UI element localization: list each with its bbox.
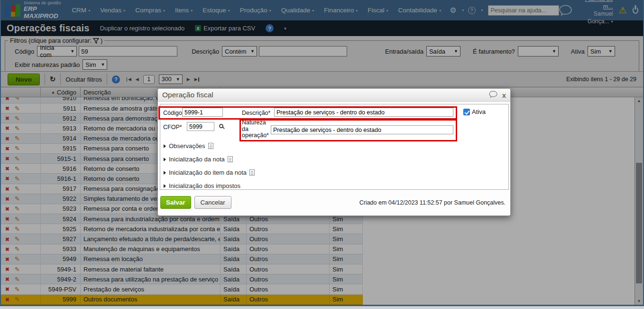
collapsible-section[interactable]: Inicialização do item da nota (164, 169, 255, 176)
salvar-button[interactable]: Salvar (160, 196, 191, 209)
codigo-label: Código* (163, 110, 184, 116)
codigo-input[interactable] (182, 108, 223, 117)
dialog-chat-bubble-icon[interactable] (489, 91, 497, 100)
expand-triangle-icon (164, 184, 166, 188)
expand-triangle-icon (164, 144, 166, 148)
natureza-label: Natureza da operação* (242, 120, 269, 139)
created-info: Criado em 04/12/2023 11:52:57 por Samuel… (359, 199, 506, 206)
cfop-label: CFOP* (163, 124, 182, 131)
dialog-title: Operação fiscal (162, 91, 213, 99)
cfop-search-icon[interactable] (219, 124, 223, 128)
note-icon (208, 143, 213, 149)
ativa-label: Ativa (472, 108, 486, 115)
dialog-fields-box: Código* Descrição* CFOP* Natureza da ope… (160, 104, 509, 190)
cancelar-button[interactable]: Cancelar (194, 196, 231, 209)
operacao-fiscal-dialog: Operação fiscal x Código* Descrição* CFO… (157, 88, 511, 216)
collapsible-section[interactable]: Observações (164, 142, 213, 150)
close-icon[interactable]: x (502, 92, 506, 99)
collapsible-section[interactable]: Inicialização dos impostos (164, 182, 240, 189)
natureza-input[interactable] (271, 125, 453, 134)
note-icon (228, 156, 233, 162)
expand-triangle-icon (164, 158, 166, 161)
expand-triangle-icon (164, 171, 166, 175)
dialog-titlebar[interactable]: Operação fiscal x (158, 89, 510, 102)
collapsible-section[interactable]: Inicialização da nota (164, 156, 233, 163)
descricao-input[interactable] (274, 108, 453, 117)
cfop-input[interactable] (187, 122, 214, 131)
ativa-checkbox[interactable] (463, 109, 470, 115)
descricao-label: Descrição* (242, 110, 270, 116)
note-icon (249, 169, 255, 176)
app-window: Sistema de gestão ERP MAXIPROD CRM▾ Vend… (0, 0, 644, 306)
page-bottom-strip (0, 306, 644, 309)
